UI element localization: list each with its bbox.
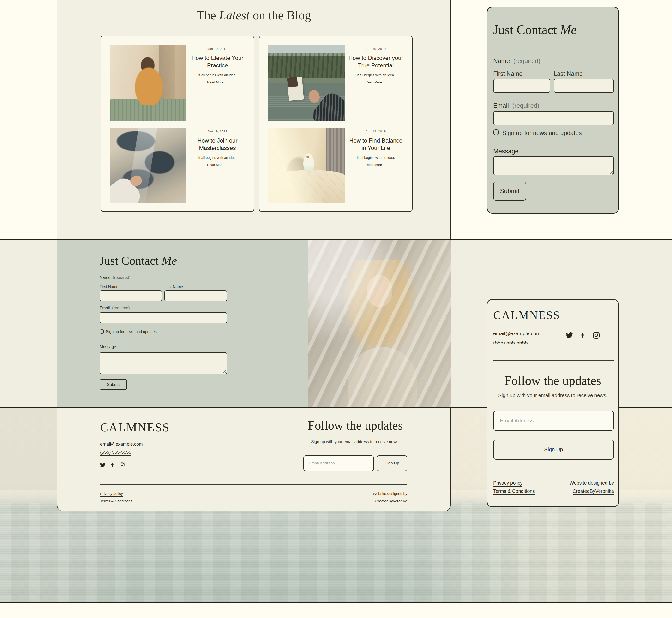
first-name-label: First Name xyxy=(493,70,522,77)
blog-section-title: The Latest on the Blog xyxy=(57,8,450,22)
message-label: Message xyxy=(493,147,519,155)
read-more-link[interactable]: Read More → xyxy=(366,163,386,167)
read-more-link[interactable]: Read More → xyxy=(366,80,386,84)
mobile-footer-frame: CALMNESS email@example.com (555) 555-555… xyxy=(487,299,619,507)
blog-post-title: How to Discover your True Potential xyxy=(348,54,404,69)
newsletter-checkbox-label: Sign up for news and updates xyxy=(502,129,582,136)
message-textarea[interactable] xyxy=(493,156,614,175)
footer-divider xyxy=(100,484,407,485)
name-label: Name (required) xyxy=(493,57,541,65)
first-name-field[interactable] xyxy=(100,290,162,301)
blog-card: Jun 19, 2019 How to Discover your True P… xyxy=(259,35,412,212)
signup-button[interactable]: Sign Up xyxy=(377,455,407,471)
design-canvas: The Latest on the Blog Jun 19, 2019 How … xyxy=(0,0,672,618)
message-textarea[interactable] xyxy=(100,352,227,374)
blog-post-excerpt: It all begins with an idea. xyxy=(346,73,406,77)
privacy-policy-link[interactable]: Privacy policy xyxy=(100,492,123,497)
photo-shape xyxy=(308,240,451,407)
social-links xyxy=(566,331,600,339)
photo-shape xyxy=(287,76,304,101)
facebook-icon[interactable] xyxy=(110,462,115,468)
newsletter-email-input[interactable] xyxy=(493,411,614,431)
newsletter-checkbox-label: Sign up for news and updates xyxy=(106,330,157,334)
photo-shape xyxy=(133,66,164,105)
submit-button[interactable]: Submit xyxy=(493,182,526,201)
instagram-icon[interactable] xyxy=(593,331,600,339)
credit-text: Website designed by xyxy=(335,492,407,496)
blog-post-title: How to Elevate Your Practice xyxy=(190,54,245,69)
privacy-policy-link[interactable]: Privacy policy xyxy=(493,480,522,487)
twitter-icon[interactable] xyxy=(100,462,106,468)
contact-title: Just Contact Me xyxy=(100,253,177,268)
terms-link[interactable]: Terms & Conditions xyxy=(100,499,132,504)
twitter-icon[interactable] xyxy=(566,331,573,339)
blog-post-date: Jun 19, 2019 xyxy=(187,47,248,50)
mobile-contact-frame: Just Contact Me Name (required) First Na… xyxy=(487,7,619,213)
blog-post-text: Jun 19, 2019 How to Find Balance in Your… xyxy=(346,129,406,167)
blog-post-excerpt: It all begins with an idea. xyxy=(346,156,406,160)
email-label: Email (required) xyxy=(100,306,130,310)
contact-title: Just Contact Me xyxy=(493,22,577,37)
blog-post: Jun 19, 2019 How to Find Balance in Your… xyxy=(260,128,412,203)
credit-designer: CreatedByVeronika xyxy=(335,499,407,504)
message-field-wrap xyxy=(100,352,227,374)
designer-link[interactable]: CreatedByVeronika xyxy=(573,489,614,495)
first-name-label: First Name xyxy=(100,285,118,289)
footer-section: CALMNESS email@example.com (555) 555-555… xyxy=(57,408,451,511)
photo-shape xyxy=(306,156,309,158)
email-field[interactable] xyxy=(100,312,227,323)
blog-post: Jun 19, 2019 How to Discover your True P… xyxy=(260,45,412,121)
follow-updates-subtitle: Sign up with your email address to recei… xyxy=(303,439,407,444)
blog-post-thumbnail xyxy=(268,128,345,203)
instagram-icon[interactable] xyxy=(119,462,125,468)
newsletter-checkbox[interactable] xyxy=(100,329,104,334)
blog-post-excerpt: It all begins with an idea. xyxy=(187,156,248,160)
facebook-icon[interactable] xyxy=(579,331,587,339)
message-field-wrap xyxy=(493,156,614,175)
phone-link[interactable]: (555) 555-5555 xyxy=(493,340,528,346)
newsletter-email-input[interactable] xyxy=(303,455,374,471)
last-name-field[interactable] xyxy=(554,79,614,93)
photo-shape xyxy=(287,77,298,87)
first-name-field[interactable] xyxy=(493,79,550,93)
message-label: Message xyxy=(100,344,116,349)
contact-section: Just Contact Me Name (required) First Na… xyxy=(57,240,308,407)
read-more-link[interactable]: Read More → xyxy=(207,80,228,84)
bottom-band-background xyxy=(0,603,672,618)
terms-link[interactable]: Terms & Conditions xyxy=(493,489,535,495)
newsletter-checkbox[interactable] xyxy=(493,129,499,135)
blog-post-text: Jun 19, 2019 How to Join our Masterclass… xyxy=(187,129,248,167)
blog-post-excerpt: It all begins with an idea. xyxy=(187,73,248,77)
social-links xyxy=(100,462,125,468)
footer-divider xyxy=(493,360,614,361)
signup-button[interactable]: Sign Up xyxy=(493,439,614,460)
blog-post: Jun 19, 2019 How to Join our Masterclass… xyxy=(101,128,254,203)
blog-post-date: Jun 19, 2019 xyxy=(187,129,248,133)
blog-post: Jun 19, 2019 How to Elevate Your Practic… xyxy=(101,45,254,121)
last-name-label: Last Name xyxy=(164,285,183,289)
email-link[interactable]: email@example.com xyxy=(100,441,143,447)
contact-section-photo xyxy=(308,240,451,407)
name-label: Name (required) xyxy=(100,275,130,280)
credit-designer: CreatedByVeronika xyxy=(545,489,614,495)
blog-section: The Latest on the Blog Jun 19, 2019 How … xyxy=(57,0,451,239)
blog-post-thumbnail xyxy=(110,128,186,203)
blog-post-date: Jun 19, 2019 xyxy=(346,129,406,133)
email-label: Email (required) xyxy=(493,102,539,109)
blog-post-date: Jun 19, 2019 xyxy=(346,47,406,50)
last-name-label: Last Name xyxy=(554,70,583,77)
submit-button[interactable]: Submit xyxy=(100,379,127,390)
brand-logo: CALMNESS xyxy=(493,309,560,322)
follow-updates-title: Follow the updates xyxy=(487,373,618,388)
email-link[interactable]: email@example.com xyxy=(493,331,540,337)
email-field[interactable] xyxy=(493,111,614,125)
credit-text: Website designed by xyxy=(545,480,614,486)
designer-link[interactable]: CreatedByVeronika xyxy=(375,499,407,504)
phone-link[interactable]: (555) 555-5555 xyxy=(100,449,131,455)
blog-card: Jun 19, 2019 How to Elevate Your Practic… xyxy=(101,35,254,212)
blog-post-title: How to Find Balance in Your Life xyxy=(348,137,404,151)
last-name-field[interactable] xyxy=(164,290,227,301)
blog-post-thumbnail xyxy=(110,45,186,121)
follow-updates-title: Follow the updates xyxy=(303,418,407,432)
read-more-link[interactable]: Read More → xyxy=(207,163,228,167)
